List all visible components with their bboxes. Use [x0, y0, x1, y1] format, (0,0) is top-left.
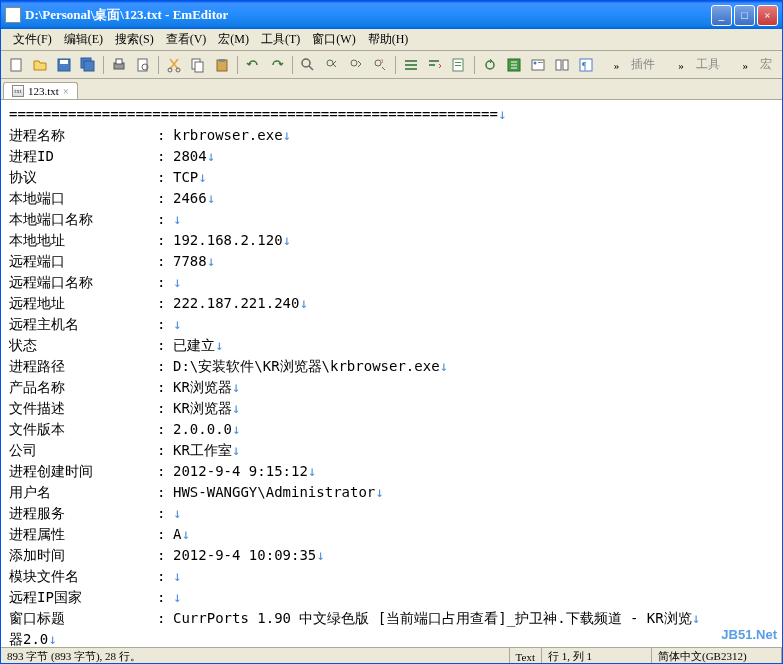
redo-button[interactable]	[266, 54, 288, 76]
wrap-window-button[interactable]	[424, 54, 446, 76]
menu-macro[interactable]: 宏(M)	[212, 29, 255, 50]
preview-icon	[135, 57, 151, 73]
separator	[292, 56, 293, 74]
svg-point-30	[534, 61, 537, 64]
txt-icon: txt	[12, 85, 24, 97]
new-icon	[8, 57, 24, 73]
bookmark-icon	[530, 57, 546, 73]
close-button[interactable]: ×	[757, 5, 778, 26]
minimize-button[interactable]: _	[711, 5, 732, 26]
data-row: 文件版本: 2.0.0.0↓	[9, 419, 774, 440]
svg-rect-14	[219, 59, 225, 62]
tabbar: txt 123.txt ×	[1, 79, 782, 99]
separator	[237, 56, 238, 74]
svg-rect-21	[405, 64, 417, 66]
svg-rect-6	[116, 59, 122, 64]
save-button[interactable]	[53, 54, 75, 76]
data-row: 本地地址: 192.168.2.120↓	[9, 230, 774, 251]
tools-expand[interactable]: »	[738, 59, 752, 71]
tool2-button[interactable]	[503, 54, 525, 76]
data-row: 进程路径: D:\安装软件\KR浏览器\krbrowser.exe↓	[9, 356, 774, 377]
tab-close-icon[interactable]: ×	[63, 86, 69, 97]
save-all-button[interactable]	[77, 54, 99, 76]
paste-icon	[214, 57, 230, 73]
preview-button[interactable]	[132, 54, 154, 76]
data-row: 协议: TCP↓	[9, 167, 774, 188]
tool1-button[interactable]	[479, 54, 501, 76]
svg-rect-2	[60, 60, 68, 64]
tool4-button[interactable]	[551, 54, 573, 76]
svg-text:a: a	[380, 57, 384, 65]
toolbar: a ¶ » 插件 » 工具 » 宏	[1, 51, 782, 79]
undo-button[interactable]	[242, 54, 264, 76]
tab-file[interactable]: txt 123.txt ×	[3, 82, 78, 99]
cut-button[interactable]	[163, 54, 185, 76]
data-row: 产品名称: KR浏览器↓	[9, 377, 774, 398]
wrap-none-button[interactable]	[400, 54, 422, 76]
svg-rect-27	[455, 65, 461, 66]
data-row: 用户名: HWS-WANGGY\Administrator↓	[9, 482, 774, 503]
titlebar: D:\Personal\桌面\123.txt - EmEditor _ □ ×	[1, 1, 782, 29]
print-button[interactable]	[108, 54, 130, 76]
save-icon	[56, 57, 72, 73]
wrap-page-button[interactable]	[448, 54, 470, 76]
wrap-window-icon	[427, 57, 443, 73]
divider-line: ========================================…	[9, 104, 774, 125]
separator	[474, 56, 475, 74]
editor[interactable]: ========================================…	[1, 99, 782, 647]
data-row: 远程IP国家: ↓	[9, 587, 774, 608]
data-row: 远程端口: 7788↓	[9, 251, 774, 272]
svg-rect-31	[538, 62, 543, 63]
macro-label[interactable]: 宏	[754, 56, 778, 73]
plugins-expand[interactable]: »	[674, 59, 688, 71]
svg-point-15	[302, 59, 310, 67]
paste-button[interactable]	[211, 54, 233, 76]
menu-search[interactable]: 搜索(S)	[109, 29, 160, 50]
find-icon	[300, 57, 316, 73]
menu-file[interactable]: 文件(F)	[7, 29, 58, 50]
tools-label[interactable]: 工具	[690, 56, 726, 73]
data-row: 公司: KR工作室↓	[9, 440, 774, 461]
svg-point-17	[351, 60, 357, 66]
menu-window[interactable]: 窗口(W)	[306, 29, 361, 50]
find-prev-button[interactable]	[321, 54, 343, 76]
tool3-button[interactable]	[527, 54, 549, 76]
svg-rect-12	[195, 62, 203, 72]
data-row: 窗口标题: CurrPorts 1.90 中文绿色版 [当前端口占用查看]_护卫…	[9, 608, 774, 629]
data-row: 进程创建时间: 2012-9-4 9:15:12↓	[9, 461, 774, 482]
svg-rect-33	[563, 60, 568, 70]
data-row: 进程名称: krbrowser.exe↓	[9, 125, 774, 146]
svg-point-16	[327, 60, 333, 66]
toolbar-expand[interactable]: »	[610, 59, 624, 71]
open-icon	[32, 57, 48, 73]
window-title: D:\Personal\桌面\123.txt - EmEditor	[25, 6, 711, 24]
open-button[interactable]	[29, 54, 51, 76]
data-row: 状态: 已建立↓	[9, 335, 774, 356]
data-row: 远程主机名: ↓	[9, 314, 774, 335]
status-pos: 行 1, 列 1	[542, 648, 652, 664]
find-next-icon	[348, 57, 364, 73]
menu-view[interactable]: 查看(V)	[160, 29, 213, 50]
find-prev-icon	[324, 57, 340, 73]
plugins-label[interactable]: 插件	[625, 56, 661, 73]
redo-icon	[269, 57, 285, 73]
status-encoding: 简体中文(GB2312)	[652, 648, 782, 664]
menu-tools[interactable]: 工具(T)	[255, 29, 306, 50]
menu-edit[interactable]: 编辑(E)	[58, 29, 109, 50]
svg-rect-0	[11, 59, 21, 71]
find-button[interactable]	[297, 54, 319, 76]
copy-button[interactable]	[187, 54, 209, 76]
menu-help[interactable]: 帮助(H)	[362, 29, 415, 50]
svg-rect-23	[429, 60, 439, 62]
find-next-button[interactable]	[345, 54, 367, 76]
replace-button[interactable]: a	[369, 54, 391, 76]
tool5-button[interactable]: ¶	[575, 54, 597, 76]
new-button[interactable]	[5, 54, 27, 76]
save-all-icon	[80, 57, 96, 73]
maximize-button[interactable]: □	[734, 5, 755, 26]
window-buttons: _ □ ×	[711, 5, 778, 26]
data-row: 本地端口: 2466↓	[9, 188, 774, 209]
refresh-icon	[482, 57, 498, 73]
wrap-none-icon	[403, 57, 419, 73]
menubar: 文件(F) 编辑(E) 搜索(S) 查看(V) 宏(M) 工具(T) 窗口(W)…	[1, 29, 782, 51]
